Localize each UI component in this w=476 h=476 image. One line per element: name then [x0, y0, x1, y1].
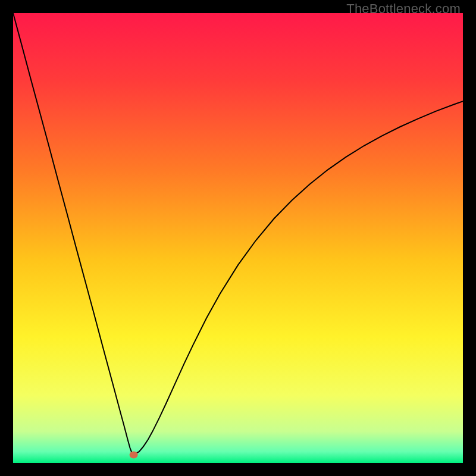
bottleneck-chart: [13, 13, 463, 463]
chart-frame: [13, 13, 463, 463]
gradient-background: [13, 13, 463, 463]
watermark-text: TheBottleneck.com: [346, 1, 461, 17]
marker-dot: [130, 451, 138, 458]
